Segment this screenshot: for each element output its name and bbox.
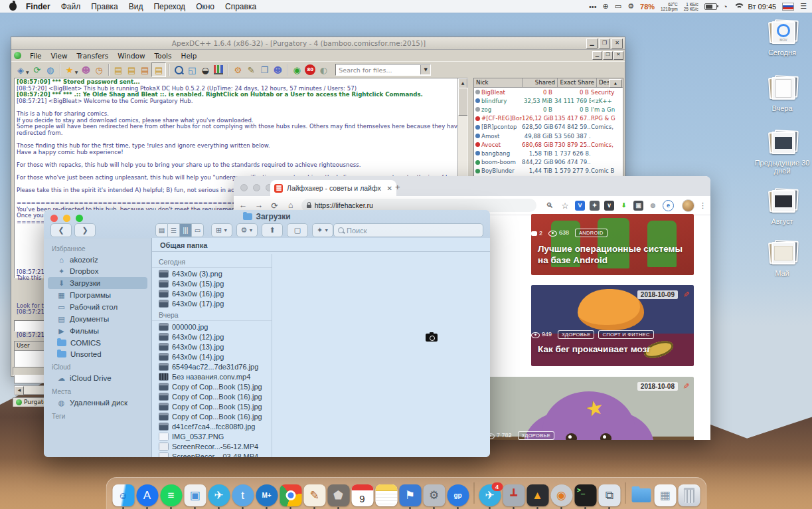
apexdc-mdi-minimize-button[interactable]: ▁ — [592, 51, 602, 60]
dock-telegram-alt-icon[interactable]: ✈4 — [479, 484, 501, 506]
file-row[interactable]: 643x0w (16).jpg — [152, 288, 272, 298]
more-status-icon[interactable]: ••• — [589, 3, 597, 11]
dark-extension-icon[interactable]: ✦ — [590, 201, 600, 211]
file-row[interactable]: d41cef7ca4...fcc808f0.jpg — [152, 421, 272, 431]
dock-flame-app-icon[interactable]: ▲ — [527, 484, 548, 506]
apple-menu-icon[interactable] — [9, 3, 17, 11]
userlist-scroll-up-icon[interactable]: ▲ — [609, 79, 622, 88]
sidebar-item-icloud-drive[interactable]: ☁iCloud Drive — [48, 372, 147, 384]
file-row[interactable]: 643x0w (15).jpg — [152, 278, 272, 288]
group-by-button[interactable]: ⊞ ▼ — [211, 223, 232, 237]
favorite-users-icon[interactable]: ☻ — [79, 63, 92, 76]
category-badge-СПОРТ И ФИТНЕС[interactable]: СПОРТ И ФИТНЕС — [598, 330, 653, 339]
apexdc-search-dropdown-icon[interactable]: ▼ — [420, 65, 430, 74]
input-source-icon[interactable]: ⊕ — [603, 2, 609, 11]
userlist-row[interactable]: bangbang1,58 TiB1 737 626 8... — [474, 149, 623, 157]
edit-pencil-icon[interactable]: ✎ — [681, 291, 690, 298]
chrome-menu-icon[interactable]: ⋮ — [699, 201, 706, 210]
dock-telegram-icon[interactable]: ✈ — [208, 484, 230, 506]
file-row[interactable]: ScreenRecor...-03-48.MP4 — [152, 451, 272, 457]
userlist-row[interactable]: [BR]pcontop628,50 GiB674 842 59...Comics… — [474, 123, 623, 132]
userlist-row[interactable]: boom-boom844,22 GiB906 474 79... — [474, 158, 623, 167]
minimize-icon[interactable] — [253, 184, 260, 191]
apexdc-title-bar[interactable]: ApexDC++ 1.6.4 (x86-32) - [Purgatory - 4… — [11, 37, 625, 50]
userlist-row[interactable]: BoyBlunder1,44 TiB1 579 277 9...Comic B — [474, 167, 623, 175]
stack-previous-30-days[interactable]: Предыдущие 30 дней — [752, 129, 812, 175]
file-row[interactable]: 643x0w (13).jpg — [152, 342, 272, 352]
search-icon[interactable]: 🔍︎ — [544, 201, 555, 209]
userlist-row[interactable]: Amost49,88 GiB53 560 387 ... — [474, 132, 623, 140]
dock-terminal-icon[interactable]: >_ — [574, 484, 596, 506]
stack-yesterday[interactable]: Вчера — [752, 74, 812, 112]
follow-redirect-icon[interactable]: ◍ — [44, 63, 57, 76]
apexdc-mdi-restore-button[interactable]: ❐ — [603, 51, 613, 60]
network-speed-status[interactable]: 1 КБ/с 25 КБ/с — [684, 2, 698, 11]
sidebar-item-фильмы[interactable]: ▶Фильмы — [48, 325, 147, 337]
chrome-traffic-lights[interactable] — [240, 184, 273, 191]
dock-spotify-icon[interactable]: ≡ — [160, 484, 182, 506]
apexdc-menu-view[interactable]: View — [46, 52, 72, 60]
file-row[interactable]: Copy of Cop...Book (16).jpg — [152, 411, 272, 421]
menu-item-Переход[interactable]: Переход — [153, 2, 185, 11]
file-row[interactable]: Copy of Cop...Book (16).jpg — [152, 391, 272, 401]
apexdc-minimize-button[interactable]: ▁ — [586, 39, 598, 49]
apexdc-maximize-button[interactable]: ❐ — [599, 39, 610, 49]
sidebar-item-akozoriz[interactable]: ⌂akozoriz — [48, 254, 147, 265]
keyboard-layout-flag-icon[interactable] — [782, 3, 794, 11]
finished-downloads-icon[interactable]: ▤ — [125, 63, 138, 76]
active-app-menu[interactable]: Finder — [26, 2, 50, 11]
dock-bookmarks-app-icon[interactable]: ⚑ — [399, 484, 421, 506]
category-badge-ЗДОРОВЬЕ[interactable]: ЗДОРОВЬЕ — [518, 431, 554, 440]
dock-twitterrific-icon[interactable]: t — [232, 484, 254, 506]
search-spy-icon[interactable]: ◒ — [199, 63, 212, 76]
apexdc-menu-help[interactable]: Help — [176, 52, 201, 60]
close-icon[interactable] — [240, 184, 248, 191]
dock-mweb-icon[interactable]: M+ — [256, 484, 278, 506]
list-view-button[interactable]: ☰ — [168, 223, 180, 237]
paste-icon[interactable]: ❐ — [258, 63, 271, 76]
wifi-icon[interactable] — [734, 3, 742, 10]
dock-dial-app-icon[interactable]: ◉ — [550, 484, 572, 506]
back-icon[interactable]: ❮ — [50, 223, 72, 237]
file-row[interactable]: IMG_0537.PNG — [152, 431, 272, 441]
reload-icon[interactable]: ⟳ — [270, 201, 280, 211]
network-statistics-icon[interactable] — [212, 63, 225, 76]
category-badge-ЗДОРОВЬЕ[interactable]: ЗДОРОВЬЕ — [558, 330, 594, 339]
userlist-row[interactable]: zog0 B0 BI'm a Gn — [474, 105, 623, 114]
scroll-thumb[interactable] — [458, 88, 468, 116]
time-machine-icon[interactable]: ◔ — [723, 3, 728, 11]
userlist-row[interactable]: Avocet680,68 GiB730 879 25...Comics, — [474, 140, 623, 149]
apexdc-mdi-close-button[interactable]: ✕ — [613, 51, 623, 60]
stack-today[interactable]: MOVСегодня — [752, 19, 812, 56]
finder-toolbar[interactable]: Загрузки ❮ ❯ ▤ ☰ ||| ▭ ⊞ ▼ ⚙ ▼ ⬆ ▢ ✦ ▼ — [44, 210, 490, 239]
reconnect-icon[interactable]: ⟳ — [31, 63, 44, 76]
action-gear-button[interactable]: ⚙ ▼ — [236, 223, 258, 237]
userlist-column-shared[interactable]: Shared — [523, 78, 558, 87]
apexdc-menu-transfers[interactable]: Transfers — [72, 52, 114, 60]
back-icon[interactable]: ← — [238, 201, 248, 210]
dock-trash-icon[interactable] — [678, 484, 700, 506]
savefrom-extension-icon[interactable]: ⬇ — [619, 201, 629, 211]
connect-power-icon[interactable]: ◉ — [290, 63, 303, 76]
edit-pencil-icon[interactable]: ✎ — [681, 383, 690, 389]
file-row[interactable]: ScreenRecor...-56-12.MP4 — [152, 441, 272, 451]
settings-icon[interactable]: ⚙ — [231, 63, 244, 76]
dock-screen-sharing-icon[interactable]: ⧉ — [598, 484, 620, 506]
article-title[interactable]: Как бег прокачивает мозг — [538, 344, 684, 355]
file-row[interactable]: 643x0w (12).jpg — [152, 332, 272, 342]
dropbox-button[interactable]: ✦ ▼ — [312, 223, 333, 237]
file-row[interactable]: Без названия.conv.mp4 — [152, 371, 272, 381]
dock-pictures-stack-icon[interactable]: ▦ — [654, 484, 676, 506]
dock-paint-app-icon[interactable]: ✎ — [303, 484, 325, 506]
browser-tab-lifehacker[interactable]: Лайфхакер - советы и лайфх ✕ — [270, 180, 396, 196]
file-row[interactable]: 65494ac72...7de31d76.jpg — [152, 361, 272, 371]
apexdc-search-box[interactable]: Search for files... ▼ — [335, 64, 431, 76]
stack-may[interactable]: Май — [752, 239, 812, 277]
icon-view-button[interactable]: ▤ — [155, 223, 168, 237]
battery-icon[interactable] — [704, 3, 717, 10]
sidebar-item-загрузки[interactable]: ⬇Загрузки — [48, 277, 147, 289]
userlist-row[interactable]: blindfury32,53 MiB34 111 769 B<zK++ — [474, 96, 623, 105]
recent-hubs-icon[interactable]: ◷ — [92, 63, 106, 76]
sidebar-item-comics[interactable]: COMICS — [48, 337, 147, 348]
file-row[interactable]: Copy of Cop...Book (15).jpg — [152, 401, 272, 411]
